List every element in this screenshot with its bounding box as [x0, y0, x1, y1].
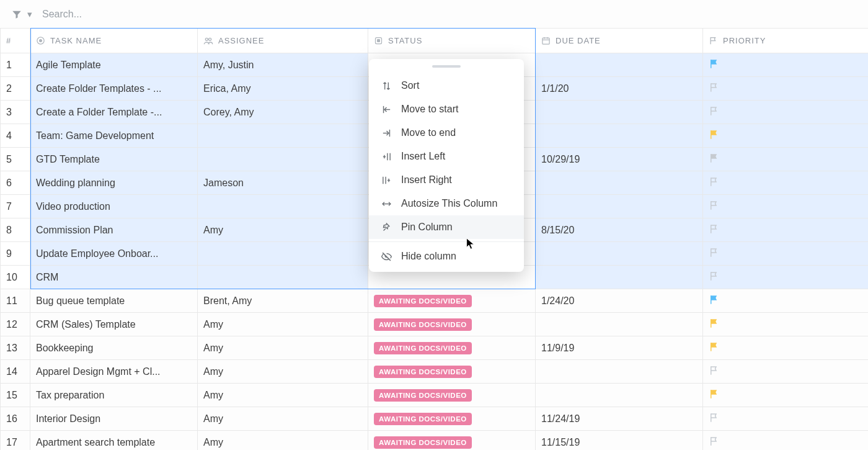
- status-cell[interactable]: AWAITING DOCS/VIDEO: [368, 313, 536, 336]
- priority-cell[interactable]: [703, 242, 869, 266]
- due-date-cell[interactable]: [536, 53, 703, 77]
- assignee-cell[interactable]: Jameson: [198, 171, 368, 195]
- due-date-cell[interactable]: 11/24/19: [536, 407, 703, 431]
- col-header-number[interactable]: #: [1, 29, 30, 53]
- menu-pin[interactable]: Pin Column: [369, 215, 524, 239]
- status-cell[interactable]: AWAITING DOCS/VIDEO: [368, 336, 536, 360]
- due-date-cell[interactable]: [536, 384, 703, 407]
- priority-cell[interactable]: [703, 124, 869, 148]
- task-name-cell[interactable]: GTD Template: [30, 148, 198, 171]
- priority-cell[interactable]: [703, 171, 869, 195]
- assignee-cell[interactable]: Erica, Amy: [198, 77, 368, 101]
- assignee-cell[interactable]: Amy: [198, 407, 368, 431]
- table-row[interactable]: 14Apparel Design Mgmt + Cl...AmyAWAITING…: [1, 360, 869, 384]
- due-date-cell[interactable]: [536, 360, 703, 384]
- priority-cell[interactable]: [703, 53, 869, 77]
- drag-handle[interactable]: [432, 65, 461, 68]
- table-row[interactable]: 16Interior DesignAmyAWAITING DOCS/VIDEO1…: [1, 407, 869, 431]
- assignee-cell[interactable]: Amy: [198, 431, 368, 451]
- due-date-cell[interactable]: [536, 195, 703, 218]
- table-row[interactable]: 12CRM (Sales) TemplateAmyAWAITING DOCS/V…: [1, 313, 869, 336]
- menu-insert-left[interactable]: Insert Left: [369, 145, 524, 168]
- task-name-cell[interactable]: Tax preparation: [30, 384, 198, 407]
- task-name-cell[interactable]: Apartment search template: [30, 431, 198, 451]
- status-cell[interactable]: AWAITING DOCS/VIDEO: [368, 289, 536, 313]
- priority-cell[interactable]: [703, 431, 869, 451]
- col-header-task[interactable]: TASK NAME: [30, 29, 198, 53]
- assignee-cell[interactable]: Brent, Amy: [198, 289, 368, 313]
- assignee-cell[interactable]: Amy: [198, 360, 368, 384]
- assignee-cell[interactable]: Amy, Justin: [198, 53, 368, 77]
- priority-cell[interactable]: [703, 289, 869, 313]
- filter-dropdown-icon[interactable]: ▾: [27, 9, 32, 20]
- col-header-due[interactable]: DUE DATE: [536, 29, 703, 53]
- status-cell[interactable]: AWAITING DOCS/VIDEO: [368, 384, 536, 407]
- due-date-cell[interactable]: [536, 124, 703, 148]
- task-name-cell[interactable]: CRM: [30, 266, 198, 289]
- assignee-cell[interactable]: Amy: [198, 336, 368, 360]
- task-name-cell[interactable]: Wedding planning: [30, 171, 198, 195]
- task-name-cell[interactable]: Create Folder Templates - ...: [30, 77, 198, 101]
- priority-cell[interactable]: [703, 360, 869, 384]
- priority-cell[interactable]: [703, 218, 869, 242]
- assignee-cell[interactable]: [198, 148, 368, 171]
- due-date-cell[interactable]: 10/29/19: [536, 148, 703, 171]
- due-date-cell[interactable]: [536, 101, 703, 124]
- due-date-cell[interactable]: [536, 266, 703, 289]
- task-name-cell[interactable]: Apparel Design Mgmt + Cl...: [30, 360, 198, 384]
- menu-hide[interactable]: Hide column: [369, 245, 524, 268]
- task-name-cell[interactable]: Team: Game Development: [30, 124, 198, 148]
- menu-move-end[interactable]: Move to end: [369, 121, 524, 145]
- search-input[interactable]: [40, 5, 857, 24]
- task-name-cell[interactable]: Agile Template: [30, 53, 198, 77]
- due-date-cell[interactable]: [536, 171, 703, 195]
- task-name-cell[interactable]: Update Employee Onboar...: [30, 242, 198, 266]
- due-date-cell[interactable]: [536, 242, 703, 266]
- priority-cell[interactable]: [703, 195, 869, 218]
- task-name-cell[interactable]: Commission Plan: [30, 218, 198, 242]
- due-date-cell[interactable]: 1/24/20: [536, 289, 703, 313]
- status-cell[interactable]: AWAITING DOCS/VIDEO: [368, 407, 536, 431]
- task-name-cell[interactable]: Video production: [30, 195, 198, 218]
- col-header-assignee[interactable]: ASSIGNEE: [198, 29, 368, 53]
- priority-cell[interactable]: [703, 336, 869, 360]
- assignee-cell[interactable]: [198, 124, 368, 148]
- col-header-priority[interactable]: PRIORITY: [703, 29, 869, 53]
- status-cell[interactable]: AWAITING DOCS/VIDEO: [368, 360, 536, 384]
- due-date-cell[interactable]: 1/1/20: [536, 77, 703, 101]
- due-date-cell[interactable]: 8/15/20: [536, 218, 703, 242]
- assignee-cell[interactable]: [198, 195, 368, 218]
- menu-insert-right[interactable]: Insert Right: [369, 168, 524, 192]
- task-name-cell[interactable]: Bug queue template: [30, 289, 198, 313]
- task-name-cell[interactable]: CRM (Sales) Template: [30, 313, 198, 336]
- due-date-cell[interactable]: 11/15/19: [536, 431, 703, 451]
- assignee-cell[interactable]: Amy: [198, 218, 368, 242]
- task-name-cell[interactable]: Bookkeeping: [30, 336, 198, 360]
- assignee-cell[interactable]: [198, 242, 368, 266]
- priority-cell[interactable]: [703, 313, 869, 336]
- priority-cell[interactable]: [703, 148, 869, 171]
- priority-cell[interactable]: [703, 384, 869, 407]
- priority-cell[interactable]: [703, 101, 869, 124]
- assignee-cell[interactable]: Amy: [198, 313, 368, 336]
- col-header-status[interactable]: STATUS: [368, 29, 536, 53]
- task-name-cell[interactable]: Create a Folder Template -...: [30, 101, 198, 124]
- task-name-cell[interactable]: Interior Design: [30, 407, 198, 431]
- filter-icon[interactable]: [11, 9, 22, 20]
- due-date-cell[interactable]: 11/9/19: [536, 336, 703, 360]
- assignee-cell[interactable]: [198, 266, 368, 289]
- table-row[interactable]: 11Bug queue templateBrent, AmyAWAITING D…: [1, 289, 869, 313]
- priority-cell[interactable]: [703, 77, 869, 101]
- table-row[interactable]: 15Tax preparationAmyAWAITING DOCS/VIDEO: [1, 384, 869, 407]
- priority-cell[interactable]: [703, 407, 869, 431]
- due-date-cell[interactable]: [536, 313, 703, 336]
- menu-autosize[interactable]: Autosize This Column: [369, 192, 524, 215]
- assignee-cell[interactable]: Corey, Amy: [198, 101, 368, 124]
- table-row[interactable]: 17Apartment search templateAmyAWAITING D…: [1, 431, 869, 451]
- assignee-cell[interactable]: Amy: [198, 384, 368, 407]
- table-row[interactable]: 13BookkeepingAmyAWAITING DOCS/VIDEO11/9/…: [1, 336, 869, 360]
- priority-cell[interactable]: [703, 266, 869, 289]
- menu-sort[interactable]: Sort: [369, 74, 524, 97]
- menu-move-start[interactable]: Move to start: [369, 97, 524, 121]
- status-cell[interactable]: AWAITING DOCS/VIDEO: [368, 431, 536, 451]
